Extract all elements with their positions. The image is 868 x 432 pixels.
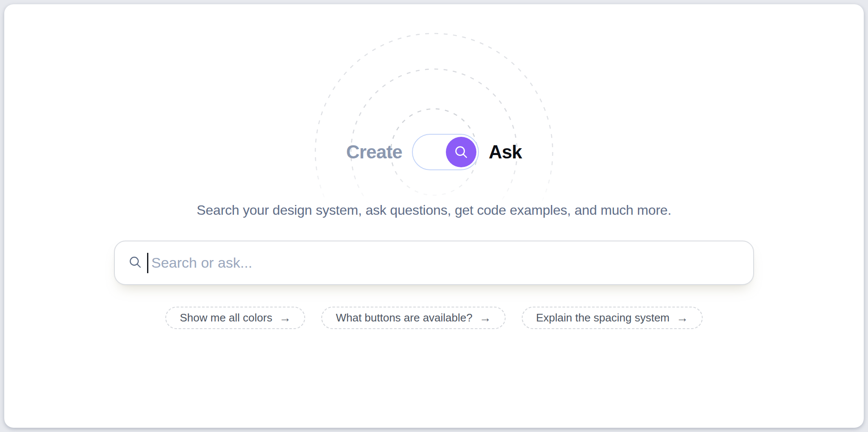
ask-mode-label[interactable]: Ask <box>489 143 522 161</box>
arrow-right-icon: → <box>279 312 291 324</box>
search-bar[interactable] <box>114 241 754 285</box>
search-input[interactable] <box>115 241 753 284</box>
search-icon <box>453 144 469 160</box>
suggestion-chip-colors[interactable]: Show me all colors → <box>165 307 305 329</box>
create-mode-label[interactable]: Create <box>346 143 402 161</box>
suggestion-label: What buttons are available? <box>336 311 472 324</box>
suggestion-label: Explain the spacing system <box>536 311 670 324</box>
suggestion-chips-row: Show me all colors → What buttons are av… <box>165 307 703 329</box>
arrow-right-icon: → <box>676 312 688 324</box>
tagline-text: Search your design system, ask questions… <box>197 202 671 219</box>
arrow-right-icon: → <box>479 312 491 324</box>
app-card: Create Ask Search your design system, as… <box>4 4 864 428</box>
suggestion-chip-buttons[interactable]: What buttons are available? → <box>321 307 505 329</box>
mode-toggle-knob[interactable] <box>446 137 476 167</box>
suggestion-label: Show me all colors <box>180 311 272 324</box>
mode-toggle-row: Create Ask <box>346 134 522 170</box>
mode-toggle[interactable] <box>412 134 479 170</box>
main-content: Create Ask Search your design system, as… <box>4 4 864 428</box>
suggestion-chip-spacing[interactable]: Explain the spacing system → <box>522 307 703 329</box>
